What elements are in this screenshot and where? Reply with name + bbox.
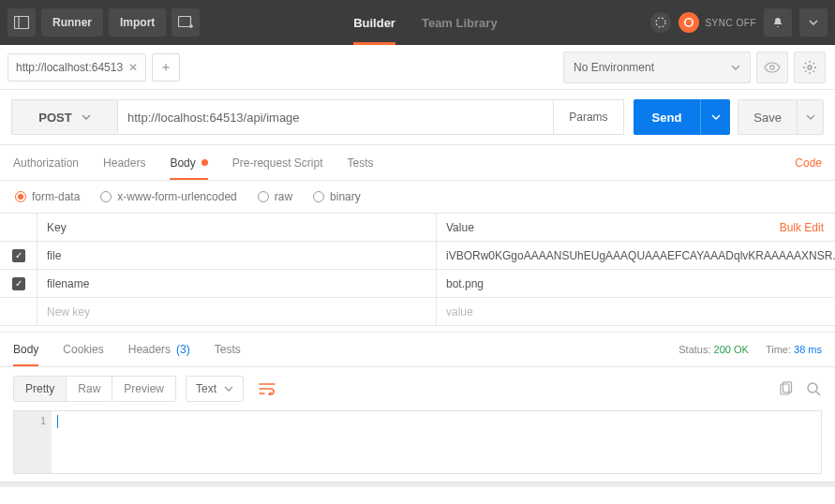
new-key-input[interactable]: New key (37, 298, 437, 325)
new-request-tab-button[interactable]: ＋ (152, 53, 180, 82)
response-code-area[interactable] (52, 411, 821, 473)
chevron-down-icon (711, 114, 721, 120)
value-column-header: Value Bulk Edit (437, 214, 835, 241)
import-button[interactable]: Import (109, 8, 166, 37)
tab-response-cookies[interactable]: Cookies (63, 333, 103, 366)
new-window-icon[interactable] (171, 8, 200, 37)
topbar: Runner Import Builder Team Library SYNC … (0, 0, 835, 45)
row-key-cell[interactable]: filename (37, 270, 437, 297)
body-type-radios: form-data x-www-form-urlencoded raw bina… (0, 181, 835, 213)
row-checkbox[interactable]: ✓ (12, 277, 25, 290)
tab-response-body[interactable]: Body (13, 333, 38, 366)
account-chevron-icon[interactable] (799, 8, 828, 37)
text-cursor (57, 415, 58, 428)
urlbar: POST http://localhost:64513/api/image Pa… (0, 90, 835, 145)
code-link[interactable]: Code (795, 156, 822, 170)
svg-line-12 (816, 392, 820, 395)
sync-group: SYNC OFF (678, 12, 756, 33)
subbar: http://localhost:64513 ✕ ＋ No Environmen… (0, 45, 835, 90)
unsaved-dot-icon (201, 159, 208, 166)
svg-rect-2 (179, 17, 191, 27)
radio-raw[interactable]: raw (258, 190, 292, 203)
row-key-cell[interactable]: file (37, 242, 437, 269)
tab-body[interactable]: Body (170, 145, 207, 180)
runner-button[interactable]: Runner (41, 8, 103, 37)
line-gutter: 1 (14, 411, 52, 473)
status-value: 200 OK (714, 344, 749, 355)
table-new-row: New key value (0, 298, 835, 326)
svg-rect-0 (15, 17, 29, 29)
env-settings-icon[interactable] (794, 52, 826, 83)
tab-response-tests[interactable]: Tests (215, 333, 241, 366)
row-checkbox[interactable]: ✓ (12, 249, 25, 262)
topbar-tabs: Builder Team Library (200, 0, 650, 45)
tab-tests[interactable]: Tests (347, 145, 373, 180)
tab-prerequest-script[interactable]: Pre-request Script (232, 145, 323, 180)
wrap-lines-icon[interactable] (253, 375, 281, 403)
response-language-select[interactable]: Text (186, 376, 244, 402)
search-icon[interactable] (805, 380, 822, 397)
params-button[interactable]: Params (554, 99, 623, 135)
row-value-cell[interactable]: bot.png (437, 270, 835, 297)
request-tabs: http://localhost:64513 ✕ ＋ (0, 53, 187, 82)
svg-point-6 (685, 19, 693, 26)
chevron-down-icon (82, 114, 91, 120)
view-raw[interactable]: Raw (67, 377, 112, 401)
url-input[interactable]: http://localhost:64513/api/image (118, 99, 554, 135)
request-tab-1[interactable]: http://localhost:64513 ✕ (7, 53, 146, 82)
new-value-input[interactable]: value (437, 298, 835, 325)
notifications-icon[interactable] (764, 8, 792, 37)
env-preview-icon[interactable] (756, 52, 788, 83)
svg-point-8 (808, 66, 812, 69)
table-row: ✓ filename bot.png (0, 270, 835, 298)
radio-urlencoded[interactable]: x-www-form-urlencoded (100, 190, 236, 203)
cloud-icon[interactable] (650, 12, 671, 33)
time-value: 38 ms (794, 344, 822, 355)
table-row: ✓ file iVBORw0KGgoAAAANSUhEUgAAAQUAAAEFC… (0, 242, 835, 270)
http-method-value: POST (38, 111, 71, 125)
tab-request-headers[interactable]: Headers (103, 145, 145, 180)
svg-point-5 (656, 18, 665, 27)
chevron-down-icon (731, 65, 740, 70)
url-value: http://localhost:64513/api/image (127, 111, 300, 125)
send-button[interactable]: Send (634, 99, 701, 135)
environment-selected: No Environment (574, 61, 654, 74)
response-toolbar: Pretty Raw Preview Text (0, 367, 835, 410)
svg-point-7 (770, 65, 774, 68)
view-pretty[interactable]: Pretty (14, 377, 67, 401)
response-status: Status: 200 OK Time: 38 ms (678, 344, 822, 355)
save-button[interactable]: Save (738, 99, 798, 135)
save-dropdown-button[interactable] (798, 99, 824, 135)
request-section-tabs: Authorization Headers Body Pre-request S… (0, 145, 835, 181)
response-tabs: Body Cookies Headers (3) Tests Status: 2… (0, 332, 835, 367)
response-view-tabset: Pretty Raw Preview (13, 376, 176, 402)
tab-authorization[interactable]: Authorization (13, 145, 79, 180)
svg-point-11 (808, 383, 817, 393)
tab-team-library[interactable]: Team Library (422, 0, 498, 45)
copy-icon[interactable] (777, 380, 794, 397)
request-tab-1-label: http://localhost:64513 (16, 61, 123, 74)
response-body-editor: 1 (13, 410, 822, 474)
key-column-header: Key (37, 214, 437, 241)
row-value-cell[interactable]: iVBORw0KGgoAAAANSUhEUgAAAQUAAAEFCAYAAADq… (437, 242, 835, 269)
headers-count: (3) (176, 343, 190, 356)
http-method-select[interactable]: POST (11, 99, 118, 135)
tab-builder[interactable]: Builder (353, 0, 395, 45)
chevron-down-icon (806, 114, 815, 120)
topbar-right: SYNC OFF (650, 8, 828, 37)
close-icon[interactable]: ✕ (128, 61, 138, 74)
tab-response-headers[interactable]: Headers (3) (128, 333, 190, 366)
table-header-row: Key Value Bulk Edit (0, 214, 835, 242)
send-dropdown-button[interactable] (700, 99, 730, 135)
tab-body-label: Body (170, 156, 195, 170)
topbar-left: Runner Import (7, 8, 200, 37)
bulk-edit-link[interactable]: Bulk Edit (780, 221, 824, 234)
environment-select[interactable]: No Environment (563, 52, 751, 83)
form-data-table: Key Value Bulk Edit ✓ file iVBORw0KGgoAA… (0, 213, 835, 326)
line-number: 1 (20, 415, 46, 426)
sync-icon[interactable] (678, 12, 699, 33)
radio-binary[interactable]: binary (313, 190, 361, 203)
radio-form-data[interactable]: form-data (15, 190, 80, 203)
view-preview[interactable]: Preview (112, 377, 175, 401)
sidebar-toggle-icon[interactable] (7, 8, 36, 37)
